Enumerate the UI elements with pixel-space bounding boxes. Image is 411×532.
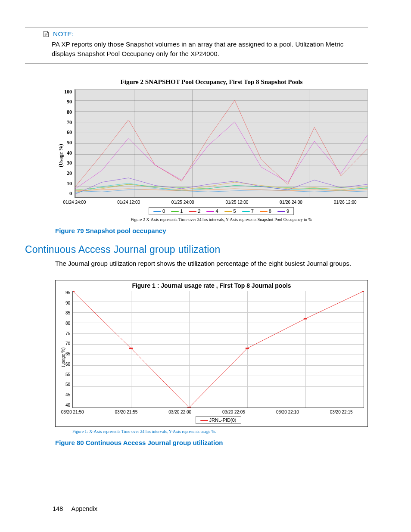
chart1-xticks: 01/24 24:0001/24 12:0001/25 24:0001/25 1… bbox=[75, 198, 368, 205]
chart1-axisnote: Figure 2 X-Axis represents Time over 24 … bbox=[75, 217, 368, 222]
ytick: 30 bbox=[64, 160, 72, 166]
ytick: 70 bbox=[64, 119, 72, 126]
chart2-plot bbox=[72, 291, 364, 408]
svg-rect-2 bbox=[187, 407, 191, 408]
note-rule-top bbox=[25, 27, 368, 28]
ytick: 10 bbox=[64, 180, 72, 187]
chart1-plot bbox=[75, 89, 368, 198]
note-icon bbox=[42, 30, 50, 38]
section-para: The Journal group utilization report sho… bbox=[25, 259, 368, 268]
page-number: 148 bbox=[53, 505, 63, 512]
chart2-title: Figure 1 : Journal usage rate , First To… bbox=[59, 282, 364, 289]
chart2-axisnote: Figure 1: X-Axis represents Time over 24… bbox=[55, 429, 368, 434]
chart1-legend: 01245789 bbox=[149, 207, 294, 215]
figure79-caption: Figure 79 Snapshot pool occupancy bbox=[25, 224, 368, 234]
note-body: PA XP reports only those Snapshot volume… bbox=[25, 38, 368, 59]
svg-rect-0 bbox=[73, 291, 75, 292]
ytick: 90 bbox=[64, 99, 72, 105]
svg-rect-4 bbox=[304, 318, 307, 319]
chart2-legend: JRNL-PID(0) bbox=[196, 416, 241, 424]
ytick: 80 bbox=[64, 109, 72, 115]
footer-section: Appendix bbox=[71, 505, 97, 512]
svg-rect-5 bbox=[362, 291, 364, 292]
ytick: 60 bbox=[64, 129, 72, 136]
chart2-yscale: 959085807570656055504540 bbox=[65, 290, 72, 408]
section-heading: Continuous Access Journal group utilizat… bbox=[25, 244, 368, 255]
svg-rect-1 bbox=[129, 348, 133, 349]
chart-snapshot-pool: Figure 2 SNAPSHOT Pool Occupancy, First … bbox=[25, 64, 368, 224]
page: NOTE: PA XP reports only those Snapshot … bbox=[0, 0, 411, 532]
figure80-caption: Figure 80 Continuous Access Journal grou… bbox=[25, 436, 368, 446]
chart2-xticks: 03/20 21:5003/20 21:5503/20 22:0003/20 2… bbox=[72, 408, 364, 414]
chart2-ylabel: (usage %) bbox=[59, 291, 65, 424]
chart-journal-usage: Figure 1 : Journal usage rate , First To… bbox=[25, 268, 368, 436]
chart1-title: Figure 2 SNAPSHOT Pool Occupancy, First … bbox=[55, 78, 368, 86]
ytick: 20 bbox=[64, 170, 72, 177]
note-label: NOTE: bbox=[53, 30, 74, 38]
ytick: 100 bbox=[64, 89, 72, 95]
page-footer: 148 Appendix bbox=[53, 505, 97, 512]
ytick: 40 bbox=[64, 150, 72, 156]
ytick: 50 bbox=[64, 140, 72, 146]
svg-rect-3 bbox=[246, 348, 249, 349]
chart1-yscale: 100 90 80 70 60 50 40 30 20 10 0 bbox=[64, 89, 75, 197]
ytick: 0 bbox=[64, 190, 72, 197]
note-header: NOTE: bbox=[25, 30, 368, 38]
